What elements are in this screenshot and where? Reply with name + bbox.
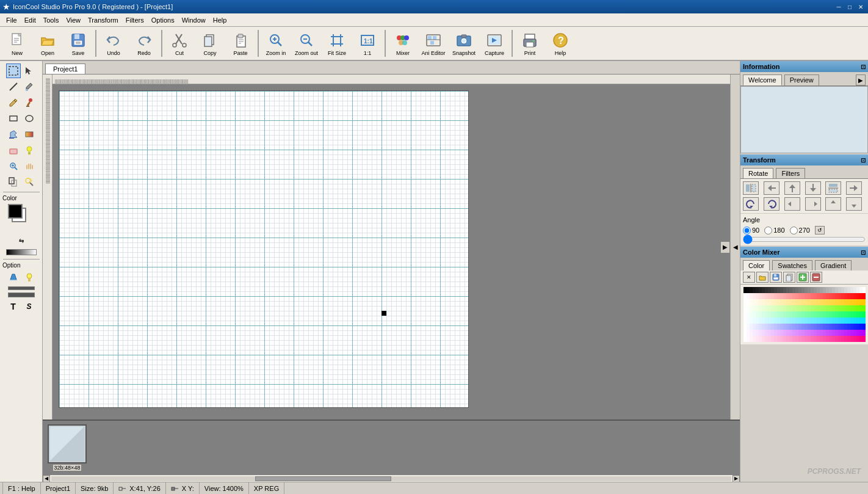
thumbnail-item-1[interactable]: 32b:48×48 [48, 424, 87, 471]
close-button[interactable]: ✕ [856, 2, 866, 11]
swap-colors[interactable]: ⇆ [15, 234, 27, 247]
color-tab-color[interactable]: Color [743, 260, 770, 271]
transform-shift-left[interactable] [784, 197, 800, 211]
color-palette[interactable] [743, 287, 866, 342]
angle-180[interactable]: 180 [764, 226, 784, 234]
cm-save[interactable] [770, 272, 782, 283]
transform-tab-filters[interactable]: Filters [776, 168, 805, 178]
tool-fill[interactable] [6, 127, 21, 142]
maximize-button[interactable]: □ [845, 2, 855, 11]
transform-header[interactable]: Transform ⊡ [740, 154, 868, 165]
bottom-scrollbar[interactable]: ◀ ▶ [43, 474, 740, 482]
tool-rect-draw[interactable] [6, 111, 21, 126]
color-mixer-header[interactable]: Color Mixer ⊡ [740, 247, 868, 258]
transform-move-left[interactable] [764, 181, 779, 195]
right-panel-expand[interactable]: ◀ [730, 74, 740, 420]
cm-remove[interactable] [810, 272, 822, 283]
color-palette-container[interactable] [740, 285, 868, 344]
toolbar-zoom-in[interactable]: Zoom in [261, 28, 291, 59]
menu-file[interactable]: File [2, 15, 21, 25]
tool-text-option[interactable]: T [6, 299, 21, 314]
tool-arrow-select[interactable] [22, 64, 37, 78]
option-lightbulb[interactable] [22, 270, 37, 285]
scroll-right-arrow[interactable]: ▶ [720, 241, 730, 253]
menu-window[interactable]: Window [178, 15, 209, 25]
transform-rotate-cw[interactable] [764, 197, 779, 211]
toolbar-zoom-out[interactable]: Zoom out [292, 28, 321, 59]
tool-ellipse[interactable] [22, 111, 37, 126]
tool-brush[interactable] [22, 95, 37, 110]
tool-zoom-canvas[interactable] [6, 159, 21, 173]
cm-delete[interactable]: ✕ [743, 272, 755, 283]
angle-270[interactable]: 270 [790, 226, 810, 234]
tool-wand[interactable] [22, 175, 37, 189]
toolbar-new[interactable]: New [2, 28, 32, 59]
tool-eraser[interactable] [6, 143, 21, 158]
h-scroll-left[interactable]: ◀ [43, 475, 50, 482]
transform-rotate-ccw[interactable] [743, 197, 759, 211]
h-scroll-track[interactable] [51, 476, 731, 481]
h-scroll-thumb[interactable] [255, 476, 391, 481]
title-controls[interactable]: ─ □ ✕ [834, 2, 866, 11]
toolbar-print[interactable]: Print [515, 28, 544, 59]
angle-slider[interactable] [743, 237, 866, 242]
toolbar-paste[interactable]: Paste [226, 28, 255, 59]
transform-tab-rotate[interactable]: Rotate [743, 168, 773, 178]
canvas[interactable] [59, 90, 469, 408]
toolbar-capture[interactable]: Capture [480, 28, 509, 59]
menu-help[interactable]: Help [209, 15, 231, 25]
menu-options[interactable]: Options [148, 15, 178, 25]
tool-line[interactable] [6, 79, 21, 94]
color-tab-gradient[interactable]: Gradient [815, 260, 852, 271]
menu-filters[interactable]: Filters [122, 15, 148, 25]
toolbar-help[interactable]: ? Help [546, 28, 575, 59]
tool-pencil[interactable] [6, 95, 21, 110]
menu-view[interactable]: View [62, 15, 84, 25]
h-scroll-right[interactable]: ▶ [732, 475, 740, 482]
toolbar-cut[interactable]: Cut [165, 28, 194, 59]
info-tab-next[interactable]: ▶ [856, 74, 866, 85]
transform-flip-h[interactable] [743, 181, 759, 195]
foreground-color-swatch[interactable] [8, 204, 23, 219]
tool-dropper[interactable] [22, 79, 37, 94]
color-tab-swatches[interactable]: Swatches [772, 260, 812, 271]
transform-shift-right[interactable] [805, 197, 821, 211]
tool-s-option[interactable]: S [22, 299, 37, 314]
line-width-medium[interactable] [8, 292, 35, 297]
toolbar-1to1[interactable]: 1:1 1:1 [353, 28, 382, 59]
transform-flip-v[interactable] [825, 181, 841, 195]
minimize-button[interactable]: ─ [834, 2, 844, 11]
menu-transform[interactable]: Transform [84, 15, 122, 25]
transform-shift-up[interactable] [825, 197, 841, 211]
cm-add[interactable] [797, 272, 809, 283]
cm-copy[interactable] [783, 272, 795, 283]
toolbar-fit-size[interactable]: Fit Size [322, 28, 352, 59]
color-mixer-collapse[interactable]: ⊡ [861, 249, 866, 256]
info-tab-welcome[interactable]: Welcome [743, 74, 782, 85]
toolbar-undo[interactable]: Undo [99, 28, 128, 59]
information-collapse[interactable]: ⊡ [861, 64, 866, 70]
cm-open[interactable] [756, 272, 769, 283]
toolbar-copy[interactable]: Copy [195, 28, 225, 59]
tool-gradient[interactable] [22, 127, 37, 142]
menu-tools[interactable]: Tools [40, 15, 63, 25]
tool-hand[interactable] [22, 159, 37, 173]
transform-collapse[interactable]: ⊡ [861, 157, 866, 164]
menu-edit[interactable]: Edit [21, 15, 40, 25]
angle-90[interactable]: 90 [743, 226, 759, 234]
rotate-button[interactable]: ↺ [815, 226, 825, 234]
info-tab-preview[interactable]: Preview [784, 74, 819, 85]
tool-select-rect[interactable] [6, 64, 21, 78]
tab-project1[interactable]: Project1 [45, 64, 85, 74]
toolbar-redo[interactable]: Redo [129, 28, 159, 59]
tool-clone[interactable] [6, 175, 21, 189]
toolbar-save[interactable]: Save [63, 28, 93, 59]
canvas-area[interactable]: ||||||||||||||||||||||||||||||||||||||||… [52, 74, 730, 420]
transform-move-right[interactable] [846, 181, 862, 195]
toolbar-ani-editor[interactable]: Ani Editor [419, 28, 448, 59]
toolbar-mixer[interactable]: Mixer [388, 28, 418, 59]
toolbar-open[interactable]: Open [33, 28, 62, 59]
information-header[interactable]: Information ⊡ [740, 61, 868, 72]
transform-move-down[interactable] [805, 181, 821, 195]
toolbar-snapshot[interactable]: Snapshot [449, 28, 479, 59]
